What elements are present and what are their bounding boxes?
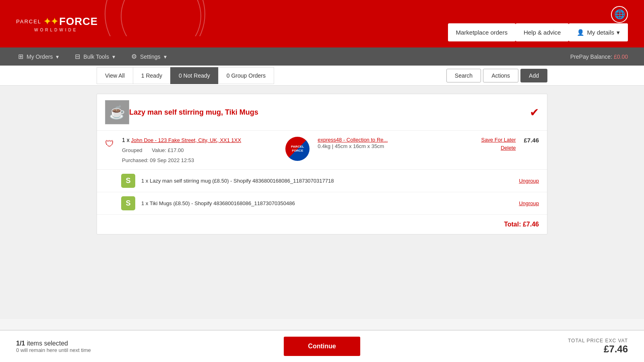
sub-item-1: S 1 x Lazy man self stirring mug (£8.50)… — [97, 170, 547, 192]
bulk-tools-label: Bulk Tools — [83, 53, 109, 60]
shopify-letter-1: S — [126, 177, 130, 185]
order-thumbnail: ☕ — [105, 100, 129, 124]
order-total-label: Total: £7.46 — [504, 221, 539, 228]
tab-not-ready[interactable]: 0 Not Ready — [170, 67, 219, 84]
toolbar: ⊞ My Orders ▾ ⊟ Bulk Tools ▾ ⚙ Settings … — [0, 47, 644, 66]
total-price-label: TOTAL PRICE EXC VAT — [360, 338, 628, 343]
service-info: express48 - Collection to Re... 0.4kg | … — [318, 137, 473, 149]
logo-area: PARCEL ✦✦ FORCE WORLDWIDE — [16, 15, 98, 32]
items-remain-label: 0 will remain here until next time — [16, 347, 284, 353]
settings-icon: ⚙ — [131, 53, 137, 60]
bulk-tools-icon: ⊟ — [75, 53, 80, 60]
logo-worldwide-text: WORLDWIDE — [34, 28, 78, 32]
settings-menu[interactable]: ⚙ Settings ▾ — [129, 53, 169, 60]
globe-icon[interactable]: 🌐 — [611, 6, 628, 23]
header-nav-buttons: Marketplace orders Help & advice 👤 My de… — [448, 23, 628, 41]
order-card: ☕ Lazy man self stirring mug, Tiki Mugs … — [97, 94, 547, 234]
my-details-label: My details — [587, 29, 614, 35]
total-price-value: £7.46 — [360, 343, 628, 355]
shopify-icon-1: S — [121, 174, 135, 188]
tab-ready[interactable]: 1 Ready — [133, 67, 171, 84]
sub-item-2: S 1 x Tiki Mugs (£8.50) - Shopify 483680… — [97, 192, 547, 215]
person-icon: 👤 — [577, 29, 584, 35]
ungroup-link-2[interactable]: Ungroup — [519, 200, 539, 206]
parcelforce-logo: PARCEL ✦✦ FORCE WORLDWIDE — [16, 15, 98, 32]
service-link[interactable]: express48 - Collection to Re... — [318, 137, 473, 143]
items-selected-area: 1/1 items selected 0 will remain here un… — [16, 340, 284, 353]
value-label: Value: £17.00 — [152, 147, 184, 153]
bulk-tools-dropdown-icon: ▾ — [112, 53, 115, 60]
bottom-bar: 1/1 items selected 0 will remain here un… — [0, 330, 644, 362]
delete-link[interactable]: Delete — [501, 145, 516, 151]
order-quantity: 1 x — [122, 137, 130, 143]
my-orders-label: My Orders — [27, 53, 53, 60]
order-total-row: Total: £7.46 — [97, 215, 547, 234]
logo-arrows: ✦✦ — [43, 16, 58, 27]
my-details-button[interactable]: 👤 My details ▾ — [569, 23, 628, 41]
dropdown-arrow-icon: ▾ — [617, 29, 620, 35]
shopify-icon-2: S — [121, 196, 135, 210]
items-selected-count: 1/1 items selected — [16, 340, 284, 347]
total-price-area: TOTAL PRICE EXC VAT £7.46 — [360, 338, 628, 355]
items-selected-label: items selected — [27, 340, 68, 347]
mug-icon: ☕ — [109, 105, 125, 120]
order-address: 1 x John Doe - 123 Fake Street, City, UK… — [122, 137, 277, 143]
bulk-tools-menu[interactable]: ⊟ Bulk Tools ▾ — [73, 53, 117, 60]
sub-item-2-text: 1 x Tiki Mugs (£8.50) - Shopify 48368001… — [141, 200, 513, 206]
purchased-date: Purchased: 09 Sep 2022 12:53 — [122, 157, 277, 163]
my-orders-dropdown-icon: ▾ — [56, 53, 59, 60]
order-header: ☕ Lazy man self stirring mug, Tiki Mugs … — [97, 94, 547, 131]
save-for-later-link[interactable]: Save For Later — [481, 137, 516, 143]
settings-label: Settings — [140, 53, 161, 60]
prepay-balance: PrePay Balance: £0.00 — [570, 53, 628, 60]
dimensions-label: 0.4kg | 45cm x 16cm x 35cm — [318, 143, 384, 149]
settings-dropdown-icon: ▾ — [164, 53, 167, 60]
order-meta: Grouped Value: £17.00 — [122, 147, 277, 153]
order-actions: Save For Later Delete — [481, 137, 516, 151]
my-orders-icon: ⊞ — [18, 53, 23, 60]
purchased-label: Purchased: 09 Sep 2022 12:53 — [122, 157, 194, 163]
search-button[interactable]: Search — [446, 69, 481, 82]
header: PARCEL ✦✦ FORCE WORLDWIDE 🌐 Marketplace … — [0, 0, 644, 47]
order-address-link[interactable]: John Doe - 123 Fake Street, City, UK, XX… — [131, 137, 242, 143]
order-info: 1 x John Doe - 123 Fake Street, City, UK… — [122, 137, 277, 163]
sub-item-1-text: 1 x Lazy man self stirring mug (£8.50) -… — [141, 178, 513, 184]
order-details-row: 🛡 1 x John Doe - 123 Fake Street, City, … — [97, 131, 547, 170]
actions-button[interactable]: Actions — [483, 69, 518, 82]
tab-view-all[interactable]: View All — [97, 67, 133, 84]
shield-icon: 🛡 — [105, 139, 114, 149]
add-button[interactable]: Add — [520, 69, 547, 82]
logo-force-text: FORCE — [59, 15, 98, 28]
ungroup-link-1[interactable]: Ungroup — [519, 178, 539, 184]
prepay-label: PrePay Balance: — [570, 53, 612, 60]
ready-check-icon: ✔ — [530, 106, 539, 119]
continue-button[interactable]: Continue — [284, 337, 360, 356]
tab-action-buttons: Search Actions Add — [446, 69, 547, 82]
prepay-amount: £0.00 — [614, 53, 628, 60]
order-price: £7.46 — [524, 137, 539, 144]
grouped-label: Grouped — [122, 147, 142, 153]
help-advice-button[interactable]: Help & advice — [516, 23, 569, 41]
parcelforce-service-logo: PARCELFORCE — [285, 137, 310, 161]
items-selected-fraction: 1/1 — [16, 340, 25, 347]
order-title: Lazy man self stirring mug, Tiki Mugs — [129, 108, 530, 117]
tab-bar: View All 1 Ready 0 Not Ready 0 Group Ord… — [0, 66, 644, 86]
my-orders-menu[interactable]: ⊞ My Orders ▾ — [16, 53, 61, 60]
shopify-letter-2: S — [126, 199, 130, 208]
logo-parcel-text: PARCEL — [16, 19, 41, 25]
main-content: ☕ Lazy man self stirring mug, Tiki Mugs … — [0, 86, 644, 319]
tab-group-orders[interactable]: 0 Group Orders — [218, 67, 274, 84]
marketplace-orders-button[interactable]: Marketplace orders — [448, 23, 516, 41]
